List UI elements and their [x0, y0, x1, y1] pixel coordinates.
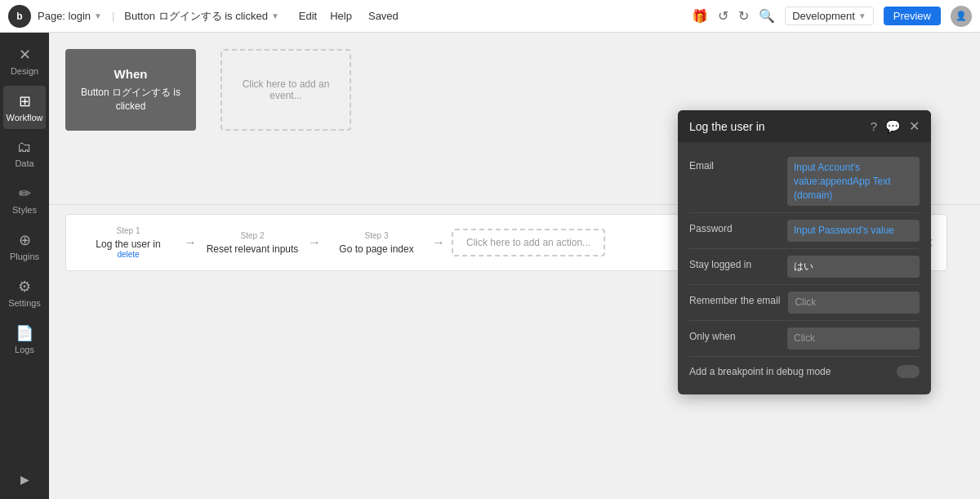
undo-icon[interactable]: ↺ — [718, 8, 728, 24]
topbar-right: 🎁 ↺ ↻ 🔍 Development ▼ Preview 👤 — [692, 6, 972, 27]
panel-header-icons: ? 💬 ✕ — [871, 118, 920, 134]
sidebar-label-design: Design — [11, 66, 38, 76]
comment-icon[interactable]: 💬 — [885, 119, 901, 134]
search-icon[interactable]: 🔍 — [759, 8, 775, 24]
preview-button[interactable]: Preview — [884, 7, 941, 25]
sidebar-item-plugins[interactable]: ⊕ Plugins — [3, 225, 46, 268]
page-selector[interactable]: Page: login ▼ — [38, 10, 102, 22]
step-3[interactable]: Step 3 Go to page index — [327, 231, 425, 255]
panel-row-only-when: Only when Click — [689, 321, 920, 357]
step-3-name: Go to page index — [339, 243, 413, 255]
saved-status: Saved — [368, 10, 399, 22]
sidebar: ✕ Design ⊞ Workflow 🗂 Data ✏ Styles ⊕ Pl… — [0, 33, 49, 499]
gift-icon[interactable]: 🎁 — [692, 8, 708, 24]
panel-row-stay-logged-in: Stay logged in はい — [689, 249, 920, 285]
only-when-label: Only when — [689, 327, 779, 342]
breakpoint-toggle[interactable] — [897, 365, 920, 378]
topbar-menu: Edit Help Saved — [299, 10, 399, 22]
page-label: Page: login — [38, 10, 91, 22]
step-1[interactable]: Step 1 Log the user in delete — [79, 226, 177, 259]
add-event-label: Click here to add an event... — [232, 78, 340, 101]
remember-email-value[interactable]: Click — [788, 292, 920, 314]
arrow-2: → — [308, 235, 321, 250]
stay-logged-in-label: Stay logged in — [689, 256, 779, 270]
panel-body: Email Input Account's value:appendApp Te… — [678, 142, 931, 394]
sidebar-item-styles[interactable]: ✏ Styles — [3, 178, 46, 221]
step-1-delete[interactable]: delete — [117, 250, 139, 259]
step-3-num: Step 3 — [365, 231, 389, 240]
help-icon[interactable]: ? — [871, 119, 877, 133]
sidebar-label-logs: Logs — [15, 345, 34, 354]
add-event-block[interactable]: Click here to add an event... — [220, 49, 351, 131]
log-user-panel: Log the user in ? 💬 ✕ Email Input Accoun… — [678, 110, 931, 394]
password-label: Password — [689, 220, 779, 234]
env-selector[interactable]: Development ▼ — [785, 7, 874, 25]
event-label: Button ログインする is clicked — [124, 9, 268, 24]
step-2-name: Reset relevant inputs — [207, 243, 299, 255]
sidebar-item-settings[interactable]: ⚙ Settings — [3, 271, 46, 314]
sidebar-item-data[interactable]: 🗂 Data — [3, 132, 46, 175]
design-icon: ✕ — [19, 46, 31, 64]
event-selector[interactable]: Button ログインする is clicked ▼ — [124, 9, 278, 24]
step-1-num: Step 1 — [117, 226, 140, 235]
arrow-1: → — [184, 235, 197, 250]
panel-row-breakpoint: Add a breakpoint in debug mode — [689, 357, 920, 386]
sidebar-label-data: Data — [15, 158, 33, 168]
step-2-num: Step 2 — [241, 231, 265, 240]
when-desc: Button ログインする is clicked — [75, 86, 186, 114]
workflow-content: When Button ログインする is clicked Click here… — [49, 33, 980, 499]
sidebar-item-workflow[interactable]: ⊞ Workflow — [3, 86, 46, 129]
email-label: Email — [689, 157, 779, 172]
when-label: When — [114, 67, 148, 81]
step-2[interactable]: Step 2 Reset relevant inputs — [203, 231, 301, 255]
event-dropdown-arrow: ▼ — [271, 11, 279, 20]
breakpoint-label: Add a breakpoint in debug mode — [689, 366, 897, 377]
password-value[interactable]: Input Password's value — [787, 220, 920, 242]
redo-icon[interactable]: ↻ — [738, 8, 749, 24]
sidebar-label-settings: Settings — [8, 298, 41, 308]
edit-menu[interactable]: Edit — [299, 10, 317, 22]
panel-close-button[interactable]: ✕ — [909, 118, 920, 134]
sidebar-expand[interactable]: ▶ — [14, 466, 36, 492]
add-action-block[interactable]: Click here to add an action... — [452, 229, 605, 256]
panel-row-email: Email Input Account's value:appendApp Te… — [689, 150, 920, 213]
panel-title: Log the user in — [689, 120, 765, 133]
sidebar-item-logs[interactable]: 📄 Logs — [3, 318, 46, 361]
logs-icon: 📄 — [16, 324, 33, 342]
env-dropdown-arrow: ▼ — [858, 11, 866, 20]
page-dropdown-arrow: ▼ — [94, 11, 102, 20]
app-logo: b — [8, 5, 31, 28]
panel-row-remember-email: Remember the email Click — [689, 285, 920, 321]
stay-logged-in-value[interactable]: はい — [787, 256, 920, 278]
help-menu[interactable]: Help — [330, 10, 352, 22]
settings-icon: ⚙ — [18, 278, 31, 296]
data-icon: 🗂 — [17, 139, 32, 156]
workflow-icon: ⊞ — [19, 92, 31, 110]
step-1-name: Log the user in — [96, 238, 160, 250]
email-value[interactable]: Input Account's value:appendApp Text (do… — [787, 157, 920, 206]
sidebar-label-workflow: Workflow — [6, 113, 42, 123]
sidebar-label-styles: Styles — [12, 205, 37, 215]
sidebar-item-design[interactable]: ✕ Design — [3, 39, 46, 82]
add-action-label: Click here to add an action... — [466, 237, 590, 248]
when-block: When Button ログインする is clicked — [65, 49, 196, 131]
env-label: Development — [792, 10, 855, 22]
sidebar-label-plugins: Plugins — [10, 252, 39, 261]
panel-row-password: Password Input Password's value — [689, 213, 920, 249]
main-layout: ✕ Design ⊞ Workflow 🗂 Data ✏ Styles ⊕ Pl… — [0, 33, 980, 499]
avatar[interactable]: 👤 — [951, 6, 972, 27]
remember-email-label: Remember the email — [689, 292, 780, 306]
only-when-value[interactable]: Click — [787, 327, 920, 350]
panel-header: Log the user in ? 💬 ✕ — [678, 110, 931, 142]
plugins-icon: ⊕ — [19, 231, 31, 249]
topbar: b Page: login ▼ | Button ログインする is click… — [0, 0, 980, 33]
arrow-3: → — [432, 235, 445, 250]
styles-icon: ✏ — [19, 185, 31, 203]
